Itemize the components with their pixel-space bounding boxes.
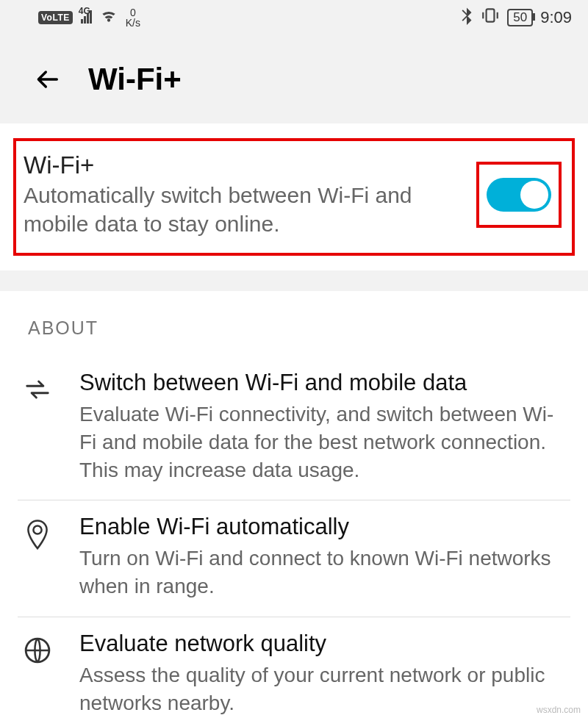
about-list: Switch between Wi-Fi and mobile data Eva…: [0, 356, 588, 718]
wifi-plus-toggle[interactable]: [487, 178, 551, 212]
volte-badge: VoLTE: [38, 11, 73, 24]
location-pin-icon: [18, 514, 57, 550]
about-item-description: Evaluate Wi-Fi connectivity, and switch …: [79, 401, 570, 484]
wifi-plus-description: Automatically switch between Wi-Fi and m…: [24, 181, 467, 238]
signal-4g-icon: 4G: [80, 10, 92, 26]
clock-time: 9:09: [540, 8, 572, 27]
wifi-plus-toggle-highlight: [476, 162, 562, 228]
header: Wi-Fi+: [0, 35, 588, 123]
battery-badge: 50: [507, 9, 533, 26]
about-item-title: Switch between Wi-Fi and mobile data: [79, 370, 570, 396]
about-item-description: Assess the quality of your current netwo…: [79, 661, 570, 717]
statusbar: VoLTE 4G 0 K/s 50 9:09: [0, 0, 588, 35]
wifi-icon: [99, 7, 118, 28]
watermark: wsxdn.com: [537, 705, 581, 715]
about-item-description: Turn on Wi-Fi and connect to known Wi-Fi…: [79, 545, 570, 600]
back-button[interactable]: [31, 63, 63, 96]
wifi-plus-setting-row[interactable]: Wi-Fi+ Automatically switch between Wi-F…: [13, 138, 575, 256]
svg-rect-0: [487, 9, 495, 21]
vibrate-icon: [481, 6, 500, 29]
wifi-plus-title: Wi-Fi+: [24, 151, 467, 179]
bluetooth-icon: [460, 6, 473, 29]
about-item-enable: Enable Wi-Fi automatically Turn on Wi-Fi…: [18, 500, 570, 617]
about-item-title: Enable Wi-Fi automatically: [79, 514, 570, 540]
about-item-title: Evaluate network quality: [79, 631, 570, 657]
network-speed: 0 K/s: [126, 7, 140, 28]
globe-icon: [18, 631, 57, 664]
about-item-switch: Switch between Wi-Fi and mobile data Eva…: [18, 356, 570, 500]
swap-icon: [18, 370, 57, 403]
section-divider: [0, 270, 588, 291]
about-section-label: ABOUT: [0, 291, 588, 356]
page-title: Wi-Fi+: [88, 62, 182, 97]
about-item-quality: Evaluate network quality Assess the qual…: [18, 617, 570, 718]
